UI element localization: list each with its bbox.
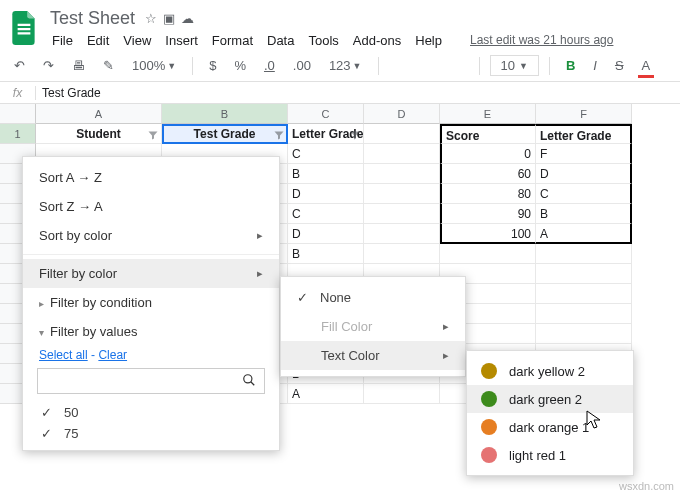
select-all-link[interactable]: Select all [39, 348, 88, 362]
move-folder-icon[interactable]: ▣ [163, 11, 175, 26]
filter-search-input[interactable] [37, 368, 265, 394]
cursor-icon [586, 410, 602, 433]
cell-D5[interactable] [364, 204, 440, 224]
search-icon [234, 373, 264, 390]
filter-icon[interactable] [273, 127, 285, 144]
strike-button[interactable]: S [609, 54, 630, 77]
cell-E3[interactable]: 60 [440, 164, 536, 184]
filter-icon[interactable] [147, 127, 159, 144]
cell-F8[interactable] [536, 264, 632, 284]
paint-format-button[interactable]: ✎ [97, 54, 120, 77]
filter-icon[interactable] [349, 127, 361, 144]
rowhead-1[interactable]: 1 [0, 124, 36, 144]
cell-F9[interactable] [536, 284, 632, 304]
colhead-E[interactable]: E [440, 104, 536, 124]
print-button[interactable]: 🖶 [66, 54, 91, 77]
menu-insert[interactable]: Insert [159, 31, 204, 50]
svg-point-0 [244, 374, 252, 382]
undo-button[interactable]: ↶ [8, 54, 31, 77]
cell-B1[interactable]: Test Grade [162, 124, 288, 144]
cell-E2[interactable]: 0 [440, 144, 536, 164]
cell-F6[interactable]: A [536, 224, 632, 244]
cell-F2[interactable]: F [536, 144, 632, 164]
menu-format[interactable]: Format [206, 31, 259, 50]
fx-label: fx [0, 86, 36, 100]
menu-tools[interactable]: Tools [302, 31, 344, 50]
cell-E1[interactable]: Score [440, 124, 536, 144]
menu-help[interactable]: Help [409, 31, 448, 50]
filter-by-values[interactable]: ▾Filter by values [23, 317, 279, 346]
increase-decimal-button[interactable]: .00 [287, 54, 317, 77]
decrease-decimal-button[interactable]: .0 [258, 54, 281, 77]
cloud-status-icon: ☁ [181, 11, 194, 26]
star-icon[interactable]: ☆ [145, 11, 157, 26]
font-color-button[interactable]: A [636, 54, 657, 77]
cell-C3[interactable]: B [288, 164, 364, 184]
menu-data[interactable]: Data [261, 31, 300, 50]
clear-link[interactable]: Clear [98, 348, 127, 362]
cell-E5[interactable]: 90 [440, 204, 536, 224]
menu-file[interactable]: File [46, 31, 79, 50]
filter-by-condition[interactable]: ▸Filter by condition [23, 288, 279, 317]
cell-E7[interactable] [440, 244, 536, 264]
cell-A1[interactable]: Student [36, 124, 162, 144]
sheets-logo[interactable] [10, 10, 38, 46]
color-option-light-red-1[interactable]: light red 1 [467, 441, 633, 469]
cell-C7[interactable]: B [288, 244, 364, 264]
filter-value-50[interactable]: ✓50 [23, 402, 279, 423]
color-option-dark-yellow-2[interactable]: dark yellow 2 [467, 357, 633, 385]
cell-D4[interactable] [364, 184, 440, 204]
cell-D6[interactable] [364, 224, 440, 244]
number-format-button[interactable]: 123 ▼ [323, 54, 368, 77]
cell-C1[interactable]: Letter Grade [288, 124, 364, 144]
colhead-B[interactable]: B [162, 104, 288, 124]
svg-line-1 [251, 381, 255, 385]
cell-F11[interactable] [536, 324, 632, 344]
colhead-F[interactable]: F [536, 104, 632, 124]
colhead-D[interactable]: D [364, 104, 440, 124]
cell-C2[interactable]: C [288, 144, 364, 164]
sort-za[interactable]: Sort Z → A [23, 192, 279, 221]
cell-F5[interactable]: B [536, 204, 632, 224]
cell-F3[interactable]: D [536, 164, 632, 184]
color-option-dark-green-2[interactable]: dark green 2 [467, 385, 633, 413]
cell-F7[interactable] [536, 244, 632, 264]
cell-D7[interactable] [364, 244, 440, 264]
cell-C5[interactable]: C [288, 204, 364, 224]
menu-view[interactable]: View [117, 31, 157, 50]
last-edit-link[interactable]: Last edit was 21 hours ago [464, 31, 619, 50]
zoom-select[interactable]: 100% ▼ [126, 54, 182, 77]
cell-E6[interactable]: 100 [440, 224, 536, 244]
redo-button[interactable]: ↷ [37, 54, 60, 77]
cell-D14[interactable] [364, 384, 440, 404]
cell-D2[interactable] [364, 144, 440, 164]
filter-color-none[interactable]: ✓None [281, 283, 465, 312]
cell-E4[interactable]: 80 [440, 184, 536, 204]
colhead-C[interactable]: C [288, 104, 364, 124]
italic-button[interactable]: I [587, 54, 603, 77]
currency-button[interactable]: $ [203, 54, 222, 77]
sort-by-color[interactable]: Sort by color▸ [23, 221, 279, 250]
menu-edit[interactable]: Edit [81, 31, 115, 50]
filter-text-color[interactable]: Text Color▸ [281, 341, 465, 370]
font-size-select[interactable]: 10 ▼ [490, 55, 539, 76]
percent-button[interactable]: % [228, 54, 252, 77]
filter-fill-color[interactable]: Fill Color▸ [281, 312, 465, 341]
cell-D3[interactable] [364, 164, 440, 184]
fx-value[interactable]: Test Grade [36, 86, 101, 100]
cell-C14[interactable]: A [288, 384, 364, 404]
sort-az[interactable]: Sort A → Z [23, 163, 279, 192]
cell-F10[interactable] [536, 304, 632, 324]
colhead-A[interactable]: A [36, 104, 162, 124]
cell-C6[interactable]: D [288, 224, 364, 244]
cell-F4[interactable]: C [536, 184, 632, 204]
filter-value-75[interactable]: ✓75 [23, 423, 279, 444]
cell-C4[interactable]: D [288, 184, 364, 204]
menu-addons[interactable]: Add-ons [347, 31, 407, 50]
bold-button[interactable]: B [560, 54, 581, 77]
cell-D1[interactable] [364, 124, 440, 144]
document-name[interactable]: Test Sheet [46, 6, 139, 31]
cell-F1[interactable]: Letter Grade [536, 124, 632, 144]
filter-by-color[interactable]: Filter by color▸ [23, 259, 279, 288]
color-option-dark-orange-1[interactable]: dark orange 1 [467, 413, 633, 441]
